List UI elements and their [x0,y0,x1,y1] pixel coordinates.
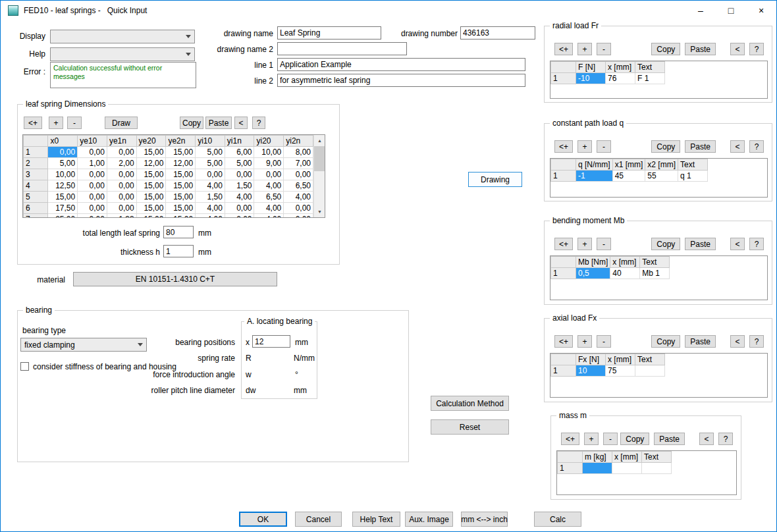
back-button[interactable]: < [234,117,248,129]
grid-cell[interactable]: 0,00 [284,169,313,180]
grid-cell[interactable]: 4,00 [225,192,254,203]
add-row-button[interactable]: + [577,335,592,348]
grid-cell[interactable]: 0,00 [107,192,136,203]
bearing-type-select[interactable]: fixed clamping [20,338,147,352]
back-button[interactable]: < [730,140,745,153]
grid-cell[interactable]: 8,00 [284,147,313,158]
mm-inch-button[interactable]: mm <--> inch [461,512,508,527]
insert-row-button[interactable]: <+ [24,117,42,129]
grid-cell[interactable]: 5,00 [225,158,254,169]
maximize-button[interactable]: □ [716,1,746,20]
grid-cell[interactable]: 0,00 [48,147,78,158]
grid-cell[interactable]: 6,50 [254,192,284,203]
grid-cell[interactable]: 7,00 [284,158,313,169]
grid-cell[interactable]: 4,00 [254,180,284,192]
grid-cell[interactable]: 4,00 [196,203,225,214]
close-button[interactable]: × [746,1,776,20]
grid-cell[interactable]: 0,00 [284,203,313,214]
grid-cell[interactable]: -10 [576,73,606,84]
help-button[interactable]: ? [749,335,764,348]
grid-cell[interactable] [612,463,642,474]
grid-cell[interactable]: 15,00 [136,180,166,192]
thickness-input[interactable] [163,245,194,257]
line2-input[interactable] [277,74,525,87]
display-select[interactable] [50,30,195,43]
back-button[interactable]: < [730,43,745,55]
copy-button[interactable]: Copy [620,433,649,445]
calculation-method-button[interactable]: Calculation Method [431,396,509,411]
cancel-button[interactable]: Cancel [295,512,342,527]
material-box[interactable]: EN 10151-1.4310 C+T [73,272,277,286]
grid-cell[interactable]: 4,00 [284,192,313,203]
grid-cell[interactable]: 0,00 [284,214,313,218]
grid-cell[interactable]: 45 [612,171,645,182]
ok-button[interactable]: OK [239,512,287,527]
app-icon[interactable] [8,5,18,16]
stiffness-checkbox[interactable] [20,362,29,371]
grid-cell[interactable]: 1,00 [78,158,107,169]
vertical-scrollbar[interactable]: ▲ ▼ [313,135,325,217]
paste-button[interactable]: Paste [654,433,685,445]
bearing-x-input[interactable] [252,335,290,348]
back-button[interactable]: < [699,433,714,445]
grid-cell[interactable]: 1,50 [225,180,254,192]
grid-cell[interactable]: 0,00 [225,203,254,214]
copy-button[interactable]: Copy [651,140,680,153]
line1-input[interactable] [277,58,525,71]
remove-row-button[interactable]: - [597,43,611,55]
grid-cell[interactable] [583,463,612,474]
grid-cell[interactable]: 1,33 [107,214,136,218]
grid-cell[interactable]: 5,00 [48,158,78,169]
paste-button[interactable]: Paste [685,335,716,348]
grid-cell[interactable]: 6,50 [284,180,313,192]
grid-cell[interactable]: 15,00 [136,147,166,158]
grid-cell[interactable]: 12,50 [48,180,78,192]
minimize-button[interactable]: – [685,1,716,20]
grid-cell[interactable]: 10 [576,365,606,377]
scroll-up-button[interactable]: ▲ [314,135,325,146]
aux-image-button[interactable]: Aux. Image [405,512,453,527]
scroll-down-button[interactable]: ▼ [314,206,325,217]
copy-button[interactable]: Copy [651,43,680,55]
back-button[interactable]: < [730,335,745,348]
grid-cell[interactable]: 0,00 [78,214,107,218]
grid-cell[interactable]: 40 [610,268,640,279]
grid-cell[interactable]: q 1 [678,171,708,182]
reset-button[interactable]: Reset [431,419,509,435]
copy-button[interactable]: Copy [180,117,203,129]
grid-cell[interactable]: 10,00 [254,147,284,158]
drawing-number-input[interactable] [460,26,535,40]
insert-row-button[interactable]: <+ [554,43,573,55]
scroll-thumb[interactable] [314,146,325,171]
remove-row-button[interactable]: - [597,335,611,348]
copy-button[interactable]: Copy [651,238,680,250]
help-button[interactable]: ? [749,43,764,55]
grid-cell[interactable]: 0,00 [78,147,107,158]
grid-cell[interactable]: 0,00 [78,180,107,192]
paste-button[interactable]: Paste [685,238,716,250]
grid-cell[interactable]: Mb 1 [640,268,670,279]
remove-row-button[interactable]: - [67,117,82,129]
grid-cell[interactable]: 0,00 [225,169,254,180]
grid-cell[interactable]: 17,50 [48,203,78,214]
grid-cell[interactable]: 15,00 [166,203,196,214]
calc-button[interactable]: Calc [534,512,581,527]
remove-row-button[interactable]: - [603,433,618,445]
grid-cell[interactable]: 0,00 [254,169,284,180]
grid-cell[interactable]: 12,00 [136,158,166,169]
grid-cell[interactable]: 0,00 [107,180,136,192]
help-button[interactable]: ? [718,433,733,445]
grid-cell[interactable]: 25,00 [48,214,78,218]
grid-cell[interactable]: 4,00 [254,214,284,218]
grid-cell[interactable]: 15,00 [136,203,166,214]
grid-cell[interactable]: 2,00 [107,158,136,169]
help-text-button[interactable]: Help Text [352,512,400,527]
grid-cell[interactable]: 15,00 [166,169,196,180]
add-row-button[interactable]: + [584,433,599,445]
draw-button[interactable]: Draw [105,117,138,129]
grid-cell[interactable]: 0,00 [107,147,136,158]
back-button[interactable]: < [730,238,745,250]
grid-cell[interactable]: 0,00 [196,169,225,180]
paste-button[interactable]: Paste [205,117,232,129]
grid-cell[interactable]: 0,00 [107,169,136,180]
